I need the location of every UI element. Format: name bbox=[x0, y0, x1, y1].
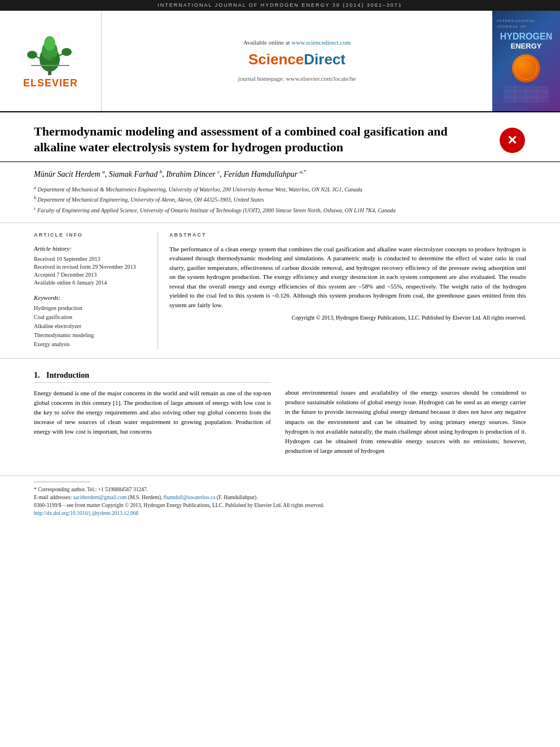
svg-point-8 bbox=[62, 48, 72, 56]
journal-banner-intl-label: International Journal of bbox=[497, 19, 555, 30]
svg-text:✕: ✕ bbox=[507, 133, 517, 147]
introduction-section: 1. Introduction Energy demand is one of … bbox=[0, 370, 560, 455]
sciencedirect-logo: ScienceDirect bbox=[248, 49, 345, 69]
keywords-label: Keywords: bbox=[34, 294, 149, 302]
doi-anchor[interactable]: http://dx.doi.org/10.1016/j.ijhydene.201… bbox=[34, 510, 138, 516]
keyword-5: Exergy analysis bbox=[34, 340, 149, 348]
intro-col-left: 1. Introduction Energy demand is one of … bbox=[34, 370, 271, 455]
elsevier-logo: ELSEVIER bbox=[20, 31, 82, 90]
svg-rect-4 bbox=[31, 65, 69, 66]
abstract-section: ABSTRACT The performance of a clean ener… bbox=[169, 231, 526, 350]
paper-title: Thermodynamic modeling and assessment of… bbox=[34, 124, 487, 156]
affiliation-a: a Department of Mechanical & Mechatronic… bbox=[34, 185, 526, 194]
journal-banner-globe-icon bbox=[512, 54, 540, 82]
email-link-hamdull[interactable]: fhamdull@uwaterloo.ca bbox=[164, 495, 216, 500]
article-info-abstract-section: ARTICLE INFO Article history: Received 1… bbox=[0, 223, 560, 359]
affiliation-c: c Faculty of Engineering and Applied Sci… bbox=[34, 206, 526, 215]
journal-header: ELSEVIER Available online at www.science… bbox=[0, 11, 560, 112]
elsevier-tree-icon bbox=[20, 31, 82, 76]
elsevier-logo-box: ELSEVIER bbox=[0, 11, 102, 111]
doi-link: http://dx.doi.org/10.1016/j.ijhydene.201… bbox=[34, 509, 526, 517]
section-number: 1. bbox=[34, 371, 40, 379]
journal-banner-decoration bbox=[504, 86, 549, 103]
journal-title-bar: INTERNATIONAL JOURNAL OF HYDROGEN ENERGY… bbox=[0, 0, 560, 11]
intro-body-left: Energy demand is one of the major concer… bbox=[34, 388, 271, 436]
abstract-copyright: Copyright © 2013, Hydrogen Energy Public… bbox=[169, 314, 526, 322]
email-link-herdem[interactable]: sacitherdem@gmail.com bbox=[73, 495, 127, 500]
received-date: Received 10 September 2013 bbox=[34, 255, 149, 263]
crossmark-badge[interactable]: ✕ bbox=[498, 126, 526, 155]
svg-point-6 bbox=[27, 51, 37, 59]
journal-banner-name: HYDROGEN ENERGY bbox=[500, 31, 552, 51]
sciencedirect-url[interactable]: www.sciencedirect.com bbox=[291, 39, 351, 46]
accepted-date: Accepted 7 December 2013 bbox=[34, 271, 149, 279]
abstract-text: The performance of a clean energy system… bbox=[169, 244, 526, 310]
footnotes: * Corresponding author. Tel.: +1 5198884… bbox=[0, 475, 560, 518]
authors-section: Münür Sacit Herdem a, Siamak Farhad b, I… bbox=[0, 162, 560, 223]
paper-title-section: Thermodynamic modeling and assessment of… bbox=[0, 112, 560, 162]
available-online-date: Available online 6 January 2014 bbox=[34, 279, 149, 287]
section-title: Introduction bbox=[46, 371, 89, 379]
abstract-label: ABSTRACT bbox=[169, 231, 526, 239]
keyword-4: Thermodynamic modeling bbox=[34, 331, 149, 339]
available-online-text: Available online at www.sciencedirect.co… bbox=[243, 38, 351, 47]
crossmark-icon: ✕ bbox=[500, 128, 525, 153]
keyword-3: Alkaline electrolyzer bbox=[34, 322, 149, 330]
received-revised-date: Received in revised form 29 November 201… bbox=[34, 263, 149, 271]
footnote-divider bbox=[34, 482, 90, 482]
article-history: Article history: Received 10 September 2… bbox=[34, 244, 149, 287]
journal-banner: International Journal of HYDROGEN ENERGY bbox=[492, 11, 560, 111]
affiliation-b: b Department of Mechanical Engineering, … bbox=[34, 195, 526, 204]
issn-text: 0360-3199/$ – see front matter Copyright… bbox=[34, 501, 526, 509]
corresponding-author: * Corresponding author. Tel.: +1 5198884… bbox=[34, 486, 526, 493]
keyword-2: Coal gasification bbox=[34, 313, 149, 321]
authors-line: Münür Sacit Herdem a, Siamak Farhad b, I… bbox=[34, 169, 526, 180]
main-body: 1. Introduction Energy demand is one of … bbox=[0, 359, 560, 466]
article-info: ARTICLE INFO Article history: Received 1… bbox=[34, 231, 158, 350]
elsevier-wordmark: ELSEVIER bbox=[20, 76, 82, 90]
journal-homepage: journal homepage: www.elsevier.com/locat… bbox=[238, 75, 356, 83]
keywords-section: Keywords: Hydrogen production Coal gasif… bbox=[34, 294, 149, 348]
intro-body-right: about environmental issues and availabil… bbox=[285, 388, 526, 455]
svg-point-3 bbox=[44, 36, 55, 51]
section-heading-intro: 1. Introduction bbox=[34, 370, 271, 383]
keyword-1: Hydrogen production bbox=[34, 304, 149, 312]
article-info-label: ARTICLE INFO bbox=[34, 231, 149, 239]
email-addresses: E-mail addresses: sacitherdem@gmail.com … bbox=[34, 493, 526, 501]
intro-col-right: about environmental issues and availabil… bbox=[285, 370, 526, 455]
affiliations: a Department of Mechanical & Mechatronic… bbox=[34, 185, 526, 215]
center-header: Available online at www.sciencedirect.co… bbox=[102, 11, 492, 111]
article-history-label: Article history: bbox=[34, 244, 149, 253]
